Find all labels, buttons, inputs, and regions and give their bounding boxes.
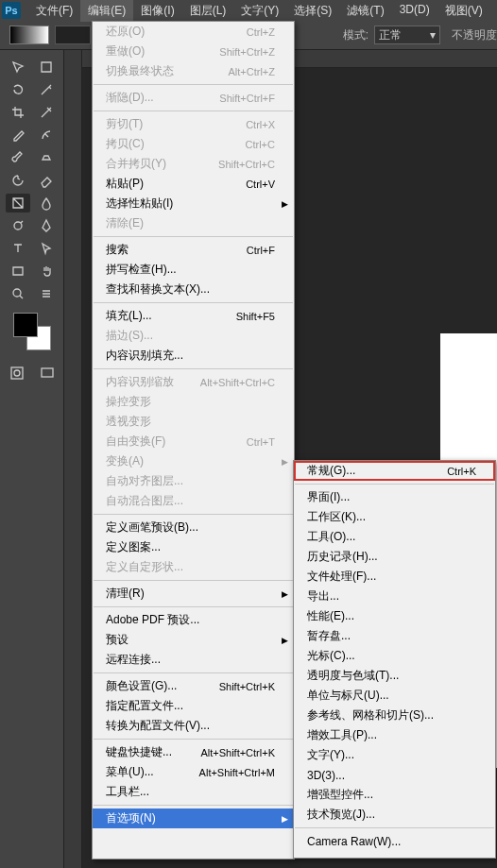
prefs-menu-item-15[interactable]: 文字(Y)... [294,745,495,765]
prefs-menu-item-14[interactable]: 增效工具(P)... [294,725,495,745]
prefs-menu-item-3[interactable]: 工作区(K)... [294,507,495,527]
edit-menu-item-label: 内容识别缩放 [106,374,191,390]
shape-tool[interactable] [6,262,30,281]
color-swatches[interactable] [13,313,51,350]
brush-tool[interactable] [6,148,30,167]
edit-menu-item-35[interactable]: Adobe PDF 预设... [93,610,294,630]
prefs-menu-item-label: 常规(G)... [307,463,437,479]
move-tool[interactable] [6,58,30,77]
edit-menu-item-17[interactable]: 填充(L)...Shift+F5 [93,306,294,326]
prefs-menu-item-17[interactable]: 增强型控件... [294,785,495,805]
edit-menu-item-19[interactable]: 内容识别填充... [93,346,294,366]
menubar-item-6[interactable]: 滤镜(T) [339,0,391,22]
gradient-type-selector[interactable] [55,26,91,44]
zoom-tool[interactable] [6,284,30,303]
history-brush-tool[interactable] [6,171,30,190]
type-tool[interactable] [6,239,30,258]
edit-menu-item-23: 透视变形 [93,412,294,432]
clone-stamp-tool[interactable] [34,148,59,167]
prefs-menu-item-label: 文字(Y)... [307,747,476,763]
prefs-menu-item-18[interactable]: 技术预览(J)... [294,805,495,825]
edit-menu-item-29[interactable]: 定义画笔预设(B)... [93,518,294,537]
menubar-item-3[interactable]: 图层(L) [182,0,234,22]
quick-mask-toggle[interactable] [5,364,29,383]
prefs-menu-item-shortcut: Ctrl+K [447,466,476,477]
blur-tool[interactable] [34,194,59,213]
prefs-menu-item-7[interactable]: 导出... [294,587,495,606]
edit-menu-separator [94,514,293,515]
menubar-item-1[interactable]: 编辑(E) [80,0,133,22]
preferences-submenu: 常规(G)...Ctrl+K界面(I)...工作区(K)...工具(O)...历… [293,460,496,859]
prefs-menu-item-4[interactable]: 工具(O)... [294,527,495,547]
prefs-menu-item-label: 增强型控件... [307,787,476,803]
prefs-menu-item-20[interactable]: Camera Raw(W)... [294,831,495,851]
prefs-menu-item-6[interactable]: 文件处理(F)... [294,567,495,587]
edit-menu-item-39[interactable]: 颜色设置(G)...Shift+Ctrl+K [93,676,294,696]
prefs-menu-item-5[interactable]: 历史记录(H)... [294,547,495,567]
edit-menu-item-13[interactable]: 搜索Ctrl+F [93,240,294,260]
app-logo[interactable]: Ps [2,2,21,19]
edit-menu-separator [94,84,293,85]
edit-menu-item-40[interactable]: 指定配置文件... [93,696,294,716]
blend-mode-combo[interactable]: 正常▾ [374,26,440,44]
gradient-preview[interactable] [9,26,49,44]
edit-menu-item-15[interactable]: 查找和替换文本(X)... [93,280,294,299]
edit-menu-item-37[interactable]: 远程连接... [93,650,294,670]
healing-brush-tool[interactable] [34,126,59,145]
edit-menu-item-label: 变换(A) [106,453,275,469]
pen-tool[interactable] [34,216,59,235]
edit-menu-item-6: 剪切(T)Ctrl+X [93,114,294,134]
foreground-color-swatch[interactable] [13,313,38,337]
prefs-menu-item-label: 工具(O)... [307,529,476,545]
edit-menu-item-10[interactable]: 选择性粘贴(I)▶ [93,194,294,213]
edit-menu-item-21: 内容识别缩放Alt+Shift+Ctrl+C [93,372,294,392]
edit-menu-item-36[interactable]: 预设▶ [93,630,294,650]
edit-menu-item-9[interactable]: 粘贴(P)Ctrl+V [93,174,294,194]
prefs-menu-item-2[interactable]: 界面(I)... [294,487,495,507]
crop-tool[interactable] [6,103,30,122]
prefs-menu-separator [295,484,494,485]
eraser-tool[interactable] [34,171,59,190]
edit-menu-item-0: 还原(O)Ctrl+Z [93,22,294,42]
menubar-item-8[interactable]: 视图(V) [437,0,490,22]
prefs-menu-item-9[interactable]: 暂存盘... [294,626,495,646]
edit-menu-item-33[interactable]: 清理(R)▶ [93,584,294,604]
edit-menu-item-label: 操控变形 [106,394,275,410]
edit-menu-item-30[interactable]: 定义图案... [93,537,294,557]
edit-menu-item-shortcut: Ctrl+Z [247,26,275,38]
prefs-menu-item-16[interactable]: 3D(3)... [294,765,495,785]
edit-menu-separator [94,368,293,369]
prefs-menu-item-13[interactable]: 参考线、网格和切片(S)... [294,706,495,725]
menubar-item-4[interactable]: 文字(Y) [233,0,286,22]
edit-menu-item-47[interactable]: 首选项(N)▶ [93,808,294,828]
menubar-item-0[interactable]: 文件(F) [28,0,80,22]
prefs-menu-item-8[interactable]: 性能(E)... [294,606,495,626]
prefs-menu-item-10[interactable]: 光标(C)... [294,646,495,666]
eyedropper-tool[interactable] [6,126,30,145]
prefs-menu-item-11[interactable]: 透明度与色域(T)... [294,666,495,686]
edit-menu-item-45[interactable]: 工具栏... [93,782,294,802]
edit-menu-item-14[interactable]: 拼写检查(H)... [93,260,294,280]
menubar-item-7[interactable]: 3D(D) [392,0,437,22]
edit-menu-item-44[interactable]: 菜单(U)...Alt+Shift+Ctrl+M [93,762,294,782]
edit-menu-item-43[interactable]: 键盘快捷键...Alt+Shift+Ctrl+K [93,742,294,762]
screen-mode-toggle[interactable] [35,364,60,383]
magic-wand-tool[interactable] [34,80,59,99]
prefs-menu-item-12[interactable]: 单位与标尺(U)... [294,686,495,706]
edit-menu-item-label: 清除(E) [106,215,275,231]
lasso-tool[interactable] [6,80,30,99]
edit-menu-item-label: 透视变形 [106,414,275,430]
path-select-tool[interactable] [34,239,59,258]
menubar-item-5[interactable]: 选择(S) [286,0,339,22]
slice-tool[interactable] [34,103,59,122]
edit-menu-item-41[interactable]: 转换为配置文件(V)... [93,716,294,736]
gradient-tool[interactable] [6,194,30,213]
marquee-tool[interactable] [34,58,59,77]
prefs-menu-item-0[interactable]: 常规(G)...Ctrl+K [294,461,495,481]
menubar-item-2[interactable]: 图像(I) [133,0,181,22]
edit-menu-item-label: 重做(O) [106,43,210,60]
edit-toolbar[interactable] [34,284,59,303]
edit-menu-item-shortcut: Shift+Ctrl+K [219,681,275,692]
hand-tool[interactable] [34,262,59,281]
dodge-tool[interactable] [6,216,30,235]
